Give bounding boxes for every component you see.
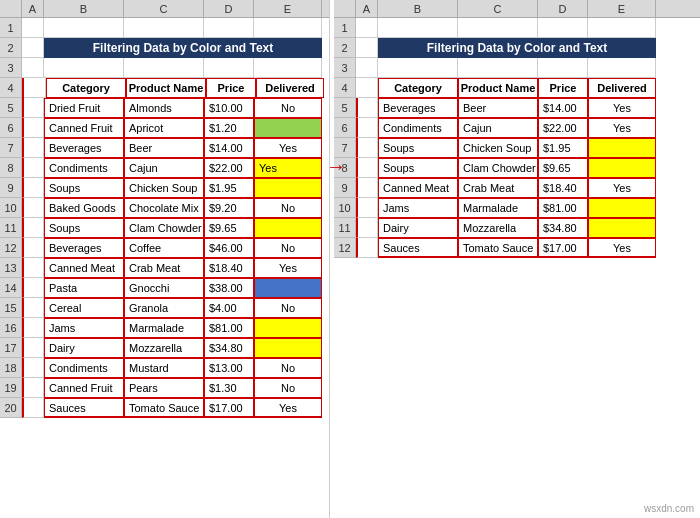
right-row-1 <box>356 18 656 38</box>
l3-d <box>204 58 254 78</box>
r6-b: Condiments <box>378 118 458 138</box>
r-rn-10: 10 <box>334 198 356 218</box>
r3-b <box>378 58 458 78</box>
r3-e <box>588 58 656 78</box>
r1-e <box>588 18 656 38</box>
left-row-19: Canned Fruit Pears $1.30 No <box>22 378 324 398</box>
r-rn-1: 1 <box>334 18 356 38</box>
rn-12: 12 <box>0 238 22 258</box>
right-row-11: Dairy Mozzarella $34.80 <box>356 218 656 238</box>
l10-e: No <box>254 198 322 218</box>
l18-e: No <box>254 358 322 378</box>
l7-d: $14.00 <box>204 138 254 158</box>
l14-e <box>254 278 322 298</box>
l17-d: $34.80 <box>204 338 254 358</box>
left-row-11: Soups Clam Chowder $9.65 <box>22 218 324 238</box>
r9-b: Canned Meat <box>378 178 458 198</box>
l20-b: Sauces <box>44 398 124 418</box>
l9-a <box>22 178 44 198</box>
r4-price: Price <box>538 78 588 98</box>
left-row-3 <box>22 58 324 78</box>
r-rn-5: 5 <box>334 98 356 118</box>
l4-category: Category <box>46 78 126 98</box>
l15-c: Granola <box>124 298 204 318</box>
corner <box>0 0 22 17</box>
r9-e: Yes <box>588 178 656 198</box>
l11-e <box>254 218 322 238</box>
r8-a <box>356 158 378 178</box>
left-row-12: Beverages Coffee $46.00 No <box>22 238 324 258</box>
left-row-8: Condiments Cajun $22.00 Yes <box>22 158 324 178</box>
l2-a <box>22 38 44 58</box>
l14-c: Gnocchi <box>124 278 204 298</box>
r7-e <box>588 138 656 158</box>
r1-c <box>458 18 538 38</box>
l10-c: Chocolate Mix <box>124 198 204 218</box>
rn-20: 20 <box>0 398 22 418</box>
l14-b: Pasta <box>44 278 124 298</box>
l15-b: Cereal <box>44 298 124 318</box>
l9-e <box>254 178 322 198</box>
right-row-7: Soups Chicken Soup $1.95 <box>356 138 656 158</box>
r-rn-9: 9 <box>334 178 356 198</box>
l19-e: No <box>254 378 322 398</box>
l18-d: $13.00 <box>204 358 254 378</box>
left-row-16: Jams Marmalade $81.00 <box>22 318 324 338</box>
l16-e <box>254 318 322 338</box>
right-row-10: Jams Marmalade $81.00 <box>356 198 656 218</box>
left-row-9: Soups Chicken Soup $1.95 <box>22 178 324 198</box>
l5-e: No <box>254 98 322 118</box>
r12-c: Tomato Sauce <box>458 238 538 258</box>
left-row-1 <box>22 18 324 38</box>
r10-e <box>588 198 656 218</box>
right-data-grid: Filtering Data by Color and Text Categor… <box>356 18 656 258</box>
r7-c: Chicken Soup <box>458 138 538 158</box>
left-row-15: Cereal Granola $4.00 No <box>22 298 324 318</box>
l1-b <box>44 18 124 38</box>
l17-a <box>22 338 44 358</box>
rn-18: 18 <box>0 358 22 378</box>
l20-e: Yes <box>254 398 322 418</box>
l8-c: Cajun <box>124 158 204 178</box>
r-rn-11: 11 <box>334 218 356 238</box>
l11-a <box>22 218 44 238</box>
l20-d: $17.00 <box>204 398 254 418</box>
r3-c <box>458 58 538 78</box>
rn-14: 14 <box>0 278 22 298</box>
r-corner <box>334 0 356 17</box>
r10-d: $81.00 <box>538 198 588 218</box>
l13-b: Canned Meat <box>44 258 124 278</box>
l18-a <box>22 358 44 378</box>
l6-b: Canned Fruit <box>44 118 124 138</box>
l10-a <box>22 198 44 218</box>
r5-d: $14.00 <box>538 98 588 118</box>
left-row-6: Canned Fruit Apricot $1.20 <box>22 118 324 138</box>
l4-delivered: Delivered <box>256 78 324 98</box>
right-row-8: Soups Clam Chowder $9.65 <box>356 158 656 178</box>
r-rn-2: 2 <box>334 38 356 58</box>
r4-a <box>356 78 378 98</box>
r-col-b: B <box>378 0 458 17</box>
main-content: A B C D E 1 2 3 4 5 6 7 8 9 10 11 12 13 <box>0 0 700 518</box>
r6-a <box>356 118 378 138</box>
l20-a <box>22 398 44 418</box>
rn-5: 5 <box>0 98 22 118</box>
left-data-rows: 1 2 3 4 5 6 7 8 9 10 11 12 13 14 15 16 1… <box>0 18 329 418</box>
l19-b: Canned Fruit <box>44 378 124 398</box>
l14-d: $38.00 <box>204 278 254 298</box>
rn-4: 4 <box>0 78 22 98</box>
r8-b: Soups <box>378 158 458 178</box>
l6-c: Apricot <box>124 118 204 138</box>
r5-b: Beverages <box>378 98 458 118</box>
left-row-10: Baked Goods Chocolate Mix $9.20 No <box>22 198 324 218</box>
rn-17: 17 <box>0 338 22 358</box>
l17-c: Mozzarella <box>124 338 204 358</box>
r10-c: Marmalade <box>458 198 538 218</box>
l6-e <box>254 118 322 138</box>
r6-c: Cajun <box>458 118 538 138</box>
right-row-4: Category Product Name Price Delivered <box>356 78 656 98</box>
l12-b: Beverages <box>44 238 124 258</box>
left-row-13: Canned Meat Crab Meat $18.40 Yes <box>22 258 324 278</box>
l7-b: Beverages <box>44 138 124 158</box>
l5-d: $10.00 <box>204 98 254 118</box>
